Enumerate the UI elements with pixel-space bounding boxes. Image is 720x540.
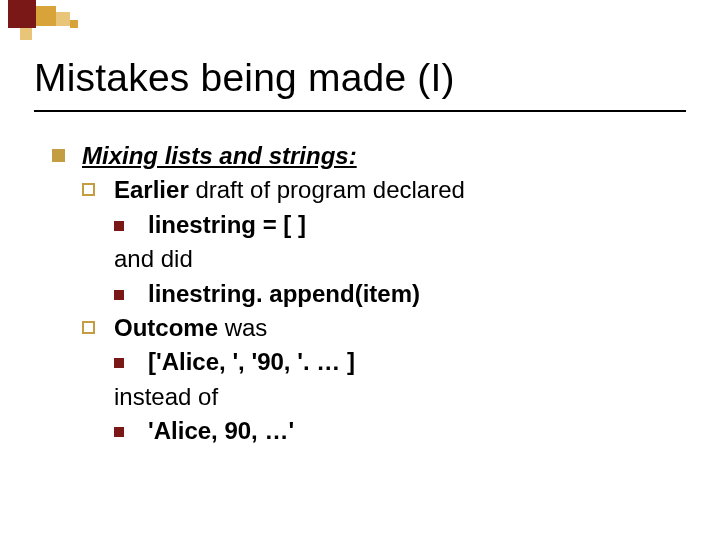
slide-title: Mistakes being made (I)	[34, 56, 455, 100]
bullet-level3: 'Alice, 90, …'	[114, 415, 672, 447]
square-bullet-icon	[52, 149, 65, 162]
small-square-bullet-icon	[114, 358, 124, 368]
bullet-level3: linestring = [ ]	[114, 209, 672, 241]
code-list-result: ['Alice, ', '90, '. … ]	[148, 348, 355, 375]
corner-decoration	[0, 0, 120, 40]
hollow-square-bullet-icon	[82, 321, 95, 334]
bullet-level3: linestring. append(item)	[114, 278, 672, 310]
small-square-bullet-icon	[114, 221, 124, 231]
title-rule	[34, 110, 686, 112]
section-heading: Mixing lists and strings:	[82, 142, 357, 169]
text-earlier-rest: draft of program declared	[189, 176, 465, 203]
text-and-did: and did	[114, 243, 672, 275]
code-string-result: 'Alice, 90, …'	[148, 417, 294, 444]
bullet-level2: Outcome was	[82, 312, 672, 344]
text-outcome: Outcome	[114, 314, 218, 341]
bullet-level2: Earlier draft of program declared	[82, 174, 672, 206]
code-linestring-append: linestring. append(item)	[148, 280, 420, 307]
text-earlier: Earlier	[114, 176, 189, 203]
small-square-bullet-icon	[114, 427, 124, 437]
hollow-square-bullet-icon	[82, 183, 95, 196]
slide-body: Mixing lists and strings: Earlier draft …	[52, 140, 672, 448]
text-instead-of: instead of	[114, 381, 672, 413]
code-linestring-decl: linestring = [ ]	[148, 211, 306, 238]
bullet-level3: ['Alice, ', '90, '. … ]	[114, 346, 672, 378]
small-square-bullet-icon	[114, 290, 124, 300]
bullet-level1: Mixing lists and strings:	[52, 140, 672, 172]
text-outcome-rest: was	[218, 314, 267, 341]
